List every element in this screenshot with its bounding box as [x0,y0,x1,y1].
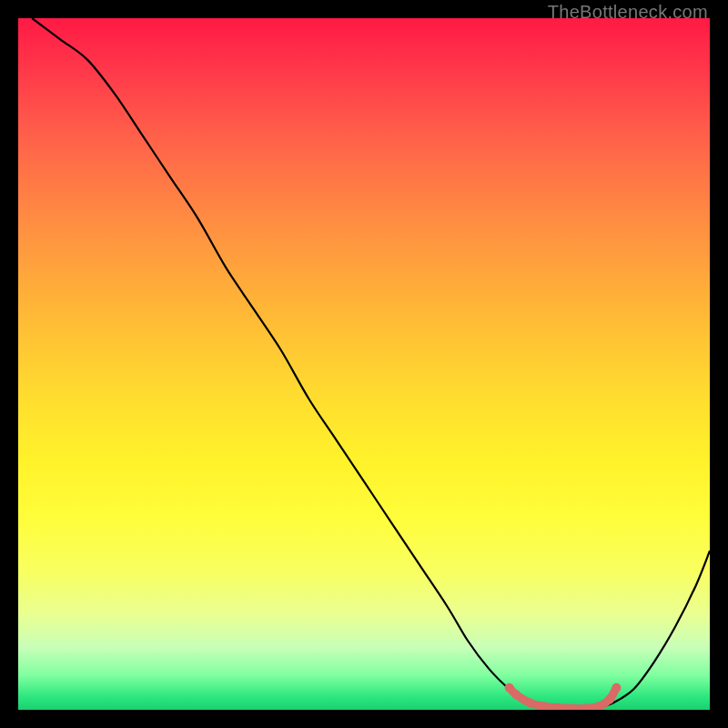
highlight-dot [612,683,621,693]
curve-layer [18,18,710,710]
highlight-dots [505,683,622,710]
highlight-dot [511,690,521,699]
plot-area [18,18,710,710]
highlight-dot [505,683,514,693]
watermark-label: TheBottleneck.com [548,2,708,23]
bottleneck-curve [32,18,710,710]
highlight-dot [525,698,534,707]
chart-container: TheBottleneck.com [0,0,728,728]
highlight-dot [605,695,614,704]
